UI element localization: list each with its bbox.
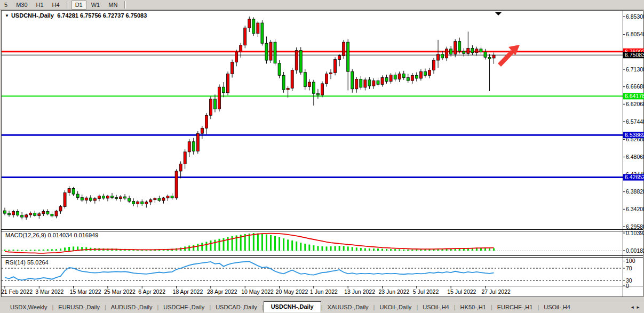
candle-body xyxy=(389,75,392,82)
candle-body xyxy=(158,198,161,200)
chart-tab-USOil-H4[interactable]: USOil-,H4 xyxy=(418,302,454,312)
tab-scroll-left-icon[interactable]: ◄ xyxy=(630,305,636,310)
chart-window-frame xyxy=(2,11,643,297)
candle-body xyxy=(355,79,358,89)
candle-body xyxy=(325,74,328,83)
timeframe-button-MN[interactable]: MN xyxy=(105,1,121,10)
symbol-dropdown-icon[interactable]: ▼ xyxy=(5,13,9,18)
candle-body xyxy=(162,198,165,200)
date-tick-label: 15 Jul 2022 xyxy=(447,288,476,295)
chart-tab-XAUUSD-Daily[interactable]: XAUUSD-,Daily xyxy=(323,302,373,312)
candle-body xyxy=(424,71,426,75)
timeframe-button-H4[interactable]: H4 xyxy=(49,1,63,10)
chart-tab-HK50-H1[interactable]: HK50-,H1 xyxy=(456,302,491,312)
candle-body xyxy=(381,78,384,85)
candle-body xyxy=(154,198,156,200)
candle-body xyxy=(244,28,247,45)
timeframe-button-M30[interactable]: M30 xyxy=(12,1,31,10)
candle-body xyxy=(137,202,139,204)
chart-tab-USDX-Weekly[interactable]: USDX,Weekly xyxy=(5,302,52,312)
chart-symbol-label: USDCNH-,Daily xyxy=(11,12,54,19)
chart-tab-USDCNH-Daily[interactable]: USDCNH-,Daily xyxy=(264,301,321,312)
tab-scroll-arrows[interactable]: ◄► xyxy=(630,305,642,310)
chart-tab-EURCHF-H1[interactable]: EURCHF-,H1 xyxy=(492,302,538,312)
candle-body xyxy=(364,80,367,87)
candle-body xyxy=(12,212,15,215)
candle-body xyxy=(29,213,32,215)
candle-body xyxy=(343,42,345,55)
chart-tab-EURUSD-Daily[interactable]: EURUSD-,Daily xyxy=(53,302,105,312)
tab-scroll-right-icon[interactable]: ► xyxy=(636,305,642,310)
candle-body xyxy=(257,23,259,34)
candle-body xyxy=(85,198,88,200)
macd-scale-bottom-label: 0.001829 xyxy=(626,247,644,254)
chart-tab-bar: USDX,Weekly|EURUSD-,Daily|AUDUSD-,Daily|… xyxy=(0,301,644,313)
date-tick-label: 21 Feb 2022 xyxy=(1,288,33,295)
timeframe-toolbar: 5M30H1H4D1W1MN xyxy=(0,0,644,10)
candle-body xyxy=(4,211,6,213)
candle-body xyxy=(72,188,75,194)
candle-body xyxy=(188,142,190,152)
chart-tab-USOil-H4[interactable]: USOil-,H4 xyxy=(539,302,575,312)
candle-body xyxy=(68,188,70,192)
candle-body xyxy=(261,23,264,43)
macd-name: MACD(12,26,9) xyxy=(5,232,46,238)
candle-body xyxy=(402,74,405,77)
candle-body xyxy=(351,71,354,89)
price-tick-label: 6.66680 xyxy=(626,83,644,90)
date-tick-label: 6 Apr 2022 xyxy=(138,288,165,295)
chart-tab-USDCHF-Daily[interactable]: USDCHF-,Daily xyxy=(158,302,209,312)
candle-body xyxy=(415,75,418,78)
candle-body xyxy=(407,78,409,81)
candle-body xyxy=(179,164,182,171)
timeframe-button-W1[interactable]: W1 xyxy=(88,1,104,10)
candle-body xyxy=(441,54,444,58)
candle-body xyxy=(63,192,66,206)
chart-tab-UKOil-Daily[interactable]: UKOil-,Daily xyxy=(375,302,416,312)
candle-body xyxy=(81,197,83,200)
price-tick-label: 6.62060 xyxy=(626,101,644,107)
candle-body xyxy=(141,202,144,204)
candle-body xyxy=(76,194,79,197)
candle-body xyxy=(171,196,173,198)
candle-body xyxy=(484,52,487,57)
macd-indicator-label: MACD(12,26,9) 0.014034 0.016949 xyxy=(5,232,98,238)
candle-body xyxy=(218,87,221,109)
candle-body xyxy=(145,202,148,204)
date-tick-label: 25 Mar 2022 xyxy=(104,288,136,295)
candle-body xyxy=(227,74,229,92)
candle-body xyxy=(411,75,414,81)
chart-tab-AUDUSD-Daily[interactable]: AUDUSD-,Daily xyxy=(106,302,157,312)
price-tick-label: 6.29580 xyxy=(626,223,644,230)
candle-body xyxy=(480,49,482,52)
candle-body xyxy=(89,198,92,200)
candle-body xyxy=(231,62,234,74)
candle-body xyxy=(55,211,58,216)
chart-tab-USDCAD-Daily[interactable]: USDCAD-,Daily xyxy=(211,302,262,312)
hline-price-label: 6.42652 xyxy=(625,174,644,180)
candle-body xyxy=(175,171,178,198)
candle-body xyxy=(38,214,41,216)
candle-body xyxy=(102,196,105,198)
price-tick-label: 6.34200 xyxy=(626,206,644,212)
timeframe-button-H1[interactable]: H1 xyxy=(33,1,47,10)
candle-body xyxy=(377,81,379,84)
date-tick-label: 5 Jul 2022 xyxy=(413,288,439,295)
candle-body xyxy=(398,74,401,79)
candle-body xyxy=(21,215,23,218)
candle-body xyxy=(291,70,293,88)
candle-body xyxy=(201,128,203,133)
candle-body xyxy=(419,71,422,78)
price-tick-label: 6.38820 xyxy=(626,188,644,195)
timeframe-button-5[interactable]: 5 xyxy=(1,1,11,10)
rsi-name: RSI(14) xyxy=(5,259,26,266)
chart-canvas[interactable]: 6.853006.805406.713006.666806.620606.574… xyxy=(0,0,644,313)
candle-body xyxy=(124,197,126,198)
timeframe-button-D1[interactable]: D1 xyxy=(71,1,86,10)
candle-body xyxy=(8,213,11,215)
candle-body xyxy=(458,42,461,51)
candle-body xyxy=(111,196,114,198)
price-tick-label: 6.48060 xyxy=(626,154,644,160)
candle-body xyxy=(46,212,49,214)
toolbar-divider xyxy=(124,1,126,9)
